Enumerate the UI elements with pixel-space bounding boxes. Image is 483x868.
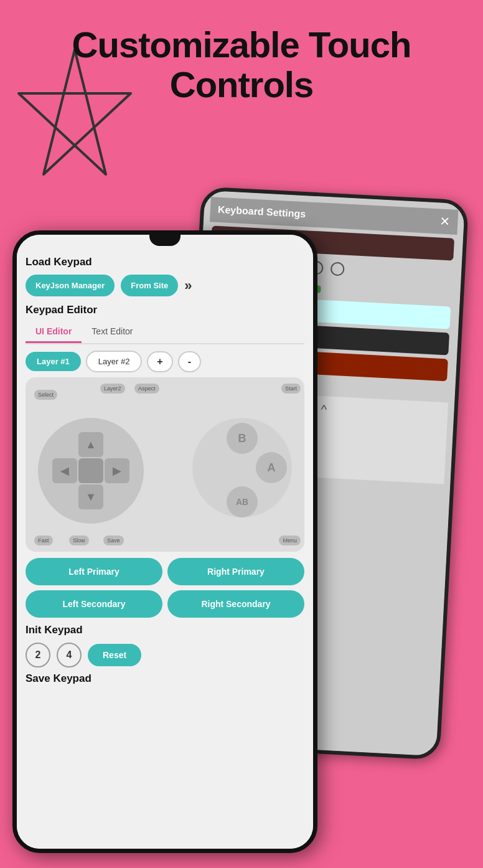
dpad-down-button[interactable]: ▼	[78, 484, 103, 509]
tab-ui-editor[interactable]: UI Editor	[26, 321, 82, 343]
layer2-overlay-button[interactable]: Layer2	[100, 384, 125, 394]
radio-xlarge[interactable]	[330, 262, 344, 276]
save-small-button[interactable]: Save	[103, 535, 124, 545]
init-num-2[interactable]: 4	[57, 643, 82, 668]
dpad-up-button[interactable]: ▲	[78, 432, 103, 457]
right-secondary-button[interactable]: Right Secondary	[167, 590, 304, 618]
layer2-button[interactable]: Layer #2	[86, 351, 143, 372]
dpad-container: ▲ ◀ ▶ ▼	[38, 418, 144, 524]
dpad-empty-bl	[52, 484, 77, 509]
add-layer-button[interactable]: +	[147, 351, 172, 372]
controller-area: Select Layer2 Aspect Start ▲ ◀ ▶ ▼	[26, 377, 304, 552]
back-phone-title: Keyboard Settings	[217, 204, 306, 220]
arrow-double-icon: »	[184, 278, 192, 294]
a-button[interactable]: A	[256, 452, 287, 483]
keypad-actions-grid: Left Primary Right Primary Left Secondar…	[26, 558, 304, 618]
layer-row: Layer #1 Layer #2 + -	[26, 351, 304, 372]
page-title: Customizable Touch Controls	[0, 25, 483, 105]
dpad-right-button[interactable]: ▶	[105, 458, 129, 483]
phone-notch	[149, 235, 181, 246]
aspect-button[interactable]: Aspect	[134, 384, 159, 394]
back-phone-close-btn[interactable]: ✕	[439, 214, 451, 229]
select-button[interactable]: Select	[34, 390, 57, 400]
title-line1: Customizable Touch	[72, 24, 411, 65]
layer1-button[interactable]: Layer #1	[26, 352, 81, 371]
remove-layer-button[interactable]: -	[178, 351, 201, 372]
load-keypad-row: KeyJson Manager From Site »	[26, 275, 304, 296]
fast-button[interactable]: Fast	[34, 535, 53, 545]
dpad-empty-tl	[52, 432, 77, 457]
left-secondary-button[interactable]: Left Secondary	[26, 590, 162, 618]
left-primary-button[interactable]: Left Primary	[26, 558, 162, 585]
dpad-center-button[interactable]	[78, 458, 103, 483]
action-buttons-container: B A AB	[192, 418, 292, 524]
keypad-editor-title: Keypad Editor	[26, 304, 304, 316]
b-button[interactable]: B	[227, 423, 258, 454]
init-keypad-title: Init Keypad	[26, 624, 304, 636]
title-line2: Controls	[170, 64, 313, 105]
save-keypad-title: Save Keypad	[26, 672, 304, 685]
init-num-1[interactable]: 2	[26, 643, 50, 668]
ab-button[interactable]: AB	[227, 486, 258, 517]
right-primary-button[interactable]: Right Primary	[167, 558, 304, 585]
from-site-button[interactable]: From Site	[121, 275, 178, 296]
dpad-cross: ▲ ◀ ▶ ▼	[52, 432, 129, 509]
start-button[interactable]: Start	[281, 384, 301, 394]
keypad-editor-phone: Load Keypad KeyJson Manager From Site » …	[12, 230, 317, 853]
reset-button[interactable]: Reset	[88, 644, 141, 666]
dpad-empty-tr	[105, 432, 129, 457]
slow-button[interactable]: Slow	[69, 535, 89, 545]
keyjson-manager-button[interactable]: KeyJson Manager	[26, 275, 115, 296]
editor-tabs: UI Editor Text Editor	[26, 321, 304, 344]
tab-text-editor[interactable]: Text Editor	[82, 321, 143, 343]
menu-button[interactable]: Menu	[279, 535, 301, 545]
dpad-empty-br	[105, 484, 129, 509]
init-row: 2 4 Reset	[26, 643, 304, 668]
dpad-left-button[interactable]: ◀	[52, 458, 77, 483]
load-keypad-title: Load Keypad	[26, 256, 304, 268]
